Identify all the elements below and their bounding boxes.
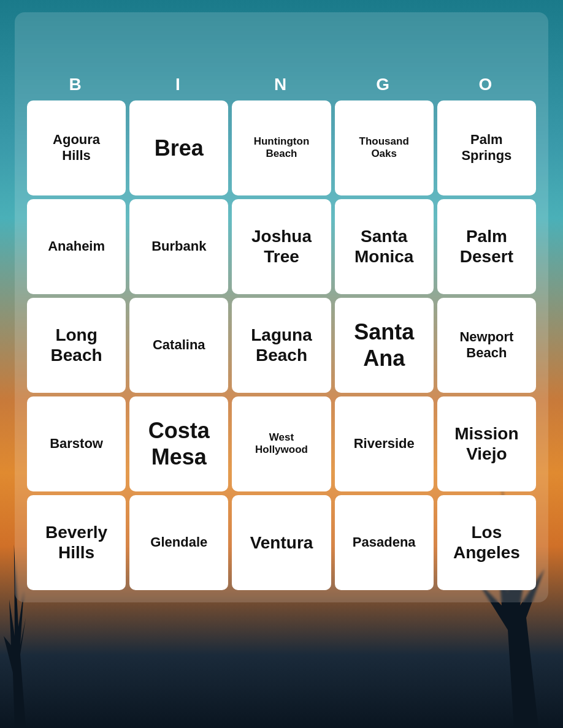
cell-text-1: Brea — [155, 135, 204, 161]
bingo-cell-3[interactable]: ThousandOaks — [335, 100, 434, 195]
bingo-letter-i: I — [129, 72, 228, 97]
cell-text-21: Glendale — [150, 534, 207, 550]
cell-text-16: CostaMesa — [148, 417, 210, 470]
bingo-cell-7[interactable]: JoshuaTree — [232, 199, 331, 294]
cell-text-2: HuntingtonBeach — [254, 135, 310, 161]
cell-text-0: AgouraHills — [53, 132, 100, 164]
cell-text-24: LosAngeles — [453, 522, 520, 563]
cell-text-15: Barstow — [50, 436, 103, 452]
bingo-cell-2[interactable]: HuntingtonBeach — [232, 100, 331, 195]
cell-text-19: MissionViejo — [454, 423, 518, 464]
bingo-cell-13[interactable]: SantaAna — [335, 298, 434, 393]
bingo-cell-4[interactable]: PalmSprings — [437, 100, 536, 195]
bingo-cell-11[interactable]: Catalina — [129, 298, 228, 393]
cell-text-5: Anaheim — [48, 238, 105, 254]
bingo-cell-10[interactable]: LongBeach — [27, 298, 126, 393]
bingo-cell-16[interactable]: CostaMesa — [129, 396, 228, 491]
bingo-cell-12[interactable]: LagunaBeach — [232, 298, 331, 393]
bingo-cell-20[interactable]: BeverlyHills — [27, 495, 126, 590]
bingo-cell-18[interactable]: Riverside — [335, 396, 434, 491]
bingo-letter-b: B — [27, 72, 126, 97]
bingo-cell-6[interactable]: Burbank — [129, 199, 228, 294]
bingo-cell-5[interactable]: Anaheim — [27, 199, 126, 294]
bingo-letter-n: N — [232, 72, 331, 97]
cell-text-12: LagunaBeach — [251, 325, 312, 366]
bingo-cell-22[interactable]: Ventura — [232, 495, 331, 590]
cell-text-3: ThousandOaks — [359, 135, 409, 161]
cell-text-23: Pasadena — [353, 534, 416, 550]
cell-text-14: NewportBeach — [459, 329, 513, 362]
cell-text-18: Riverside — [354, 436, 415, 452]
bingo-cell-15[interactable]: Barstow — [27, 396, 126, 491]
bingo-letter-o: O — [437, 72, 536, 97]
cell-text-11: Catalina — [153, 337, 205, 353]
cell-text-13: SantaAna — [354, 319, 414, 371]
bingo-cell-21[interactable]: Glendale — [129, 495, 228, 590]
cell-text-22: Ventura — [250, 533, 313, 553]
bingo-cell-1[interactable]: Brea — [129, 100, 228, 195]
cell-text-20: BeverlyHills — [45, 522, 107, 563]
bingo-cell-23[interactable]: Pasadena — [335, 495, 434, 590]
cell-text-17: WestHollywood — [255, 431, 308, 457]
bingo-cell-14[interactable]: NewportBeach — [437, 298, 536, 393]
bingo-cell-24[interactable]: LosAngeles — [437, 495, 536, 590]
cell-text-4: PalmSprings — [461, 132, 511, 164]
cell-text-7: JoshuaTree — [251, 226, 312, 267]
card-title — [27, 25, 536, 61]
bingo-cell-17[interactable]: WestHollywood — [232, 396, 331, 491]
bingo-header-row: BINGO — [27, 72, 536, 97]
cell-text-10: LongBeach — [51, 325, 102, 366]
bingo-cell-0[interactable]: AgouraHills — [27, 100, 126, 195]
bingo-grid: AgouraHillsBreaHuntingtonBeachThousandOa… — [27, 100, 536, 590]
bingo-cell-19[interactable]: MissionViejo — [437, 396, 536, 491]
bingo-letter-g: G — [335, 72, 434, 97]
bingo-card: BINGO AgouraHillsBreaHuntingtonBeachThou… — [15, 12, 548, 602]
cell-text-8: SantaMonica — [354, 226, 413, 267]
cell-text-6: Burbank — [151, 238, 206, 254]
bingo-cell-9[interactable]: PalmDesert — [437, 199, 536, 294]
cell-text-9: PalmDesert — [460, 226, 513, 267]
bingo-cell-8[interactable]: SantaMonica — [335, 199, 434, 294]
